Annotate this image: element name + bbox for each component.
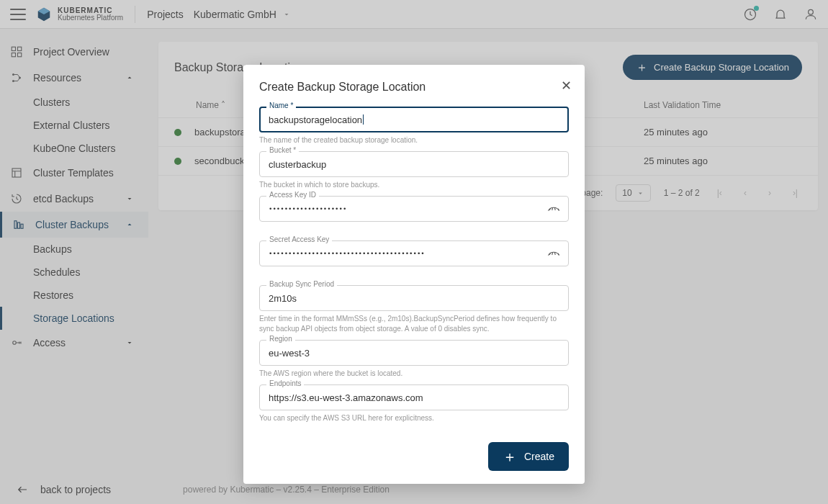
name-input[interactable]: backupstoragelocation bbox=[259, 107, 569, 132]
bucket-field: Bucket * bbox=[259, 151, 569, 177]
endpoints-field: Endpoints bbox=[259, 384, 569, 410]
bucket-input[interactable] bbox=[259, 151, 569, 177]
region-field: Region bbox=[259, 340, 569, 366]
field-label: Backup Sync Period bbox=[266, 280, 337, 288]
sync-period-hint: Enter time in the format MMmSSs (e.g., 2… bbox=[259, 314, 569, 334]
field-label: Endpoints bbox=[266, 379, 304, 387]
access-key-input[interactable] bbox=[259, 196, 569, 222]
eye-hidden-icon[interactable] bbox=[547, 203, 560, 213]
sync-period-input[interactable] bbox=[259, 285, 569, 311]
secret-key-input[interactable] bbox=[259, 240, 569, 266]
field-label: Access Key ID bbox=[266, 191, 319, 199]
region-hint: The AWS region where the bucket is locat… bbox=[259, 369, 569, 379]
create-button[interactable]: ＋ Create bbox=[488, 442, 569, 471]
modal-overlay[interactable]: Create Backup Storage Location ✕ Name * … bbox=[0, 0, 828, 504]
close-button[interactable]: ✕ bbox=[561, 78, 572, 94]
sync-period-field: Backup Sync Period bbox=[259, 285, 569, 311]
dialog-title: Create Backup Storage Location bbox=[259, 81, 569, 94]
bucket-hint: The bucket in which to store backups. bbox=[259, 180, 569, 190]
access-key-field: Access Key ID bbox=[259, 196, 569, 222]
secret-key-field: Secret Access Key bbox=[259, 240, 569, 266]
name-field: Name * backupstoragelocation bbox=[259, 107, 569, 132]
field-label: Name * bbox=[266, 102, 296, 109]
endpoints-hint: You can specify the AWS S3 URL here for … bbox=[259, 413, 569, 423]
field-label: Bucket * bbox=[266, 146, 299, 154]
field-label: Region bbox=[266, 335, 295, 343]
plus-icon: ＋ bbox=[503, 449, 517, 464]
endpoints-input[interactable] bbox=[259, 384, 569, 410]
name-hint: The name of the created backup storage l… bbox=[259, 135, 569, 145]
field-label: Secret Access Key bbox=[266, 235, 332, 243]
region-input[interactable] bbox=[259, 340, 569, 366]
eye-hidden-icon[interactable] bbox=[547, 248, 560, 258]
create-backup-location-dialog: Create Backup Storage Location ✕ Name * … bbox=[243, 65, 585, 484]
